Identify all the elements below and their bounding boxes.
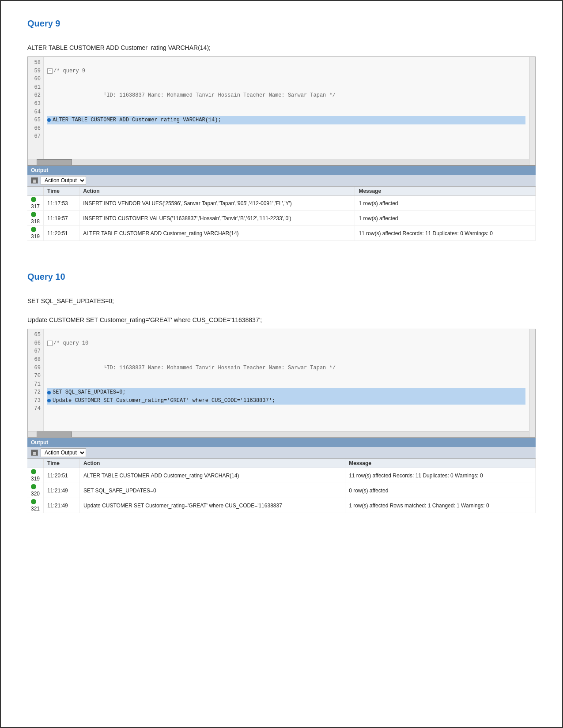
row-status-icon: 321 — [27, 498, 44, 513]
status-ok-icon — [31, 484, 36, 489]
query10-output-header: Output — [27, 438, 536, 447]
row-status-icon: 318 — [27, 211, 44, 226]
code-line — [47, 331, 525, 339]
status-ok-icon — [31, 499, 36, 504]
table-row: 319 11:20:51 ALTER TABLE CUSTOMER ADD Cu… — [27, 226, 536, 241]
code-keyword: Update CUSTOMER SET Customer_rating='GRE… — [53, 397, 275, 405]
code-line — [47, 132, 525, 141]
row-action: ALTER TABLE CUSTOMER ADD Customer_rating… — [80, 468, 345, 483]
col-time: Time — [44, 459, 80, 468]
code-line — [47, 124, 525, 133]
bullet-dot — [47, 118, 51, 122]
row-action: SET SQL_SAFE_UPDATES=0 — [80, 483, 345, 498]
row-message: 1 row(s) affected — [355, 196, 536, 211]
col-message: Message — [345, 459, 536, 468]
table-row: 318 11:19:57 INSERT INTO CUSTOMER VALUES… — [27, 211, 536, 226]
row-message: 1 row(s) affected — [355, 211, 536, 226]
row-action: Update CUSTOMER SET Customer_rating='GRE… — [80, 498, 345, 513]
col-status — [27, 187, 44, 196]
fold-icon[interactable]: - — [47, 68, 53, 74]
col-time: Time — [44, 187, 79, 196]
row-time: 11:21:49 — [44, 498, 80, 513]
code-line — [47, 141, 525, 149]
code-comment: /* query 10 — [53, 339, 88, 348]
col-message: Message — [355, 187, 536, 196]
query9-sql-text: ALTER TABLE CUSTOMER ADD Customer_rating… — [27, 44, 536, 51]
code-line — [47, 405, 525, 413]
query10-output-toolbar: ▦ Action Output — [27, 447, 536, 459]
query9-output-header: Output — [27, 165, 536, 175]
query9-editor: 58 59 60 61 62 63 64 65 66 67 — [27, 56, 536, 165]
row-status-icon: 320 — [27, 483, 44, 498]
query10-line-numbers: 65 66 67 68 69 70 71 72 73 74 — [28, 329, 44, 431]
query10-editor-body: 65 66 67 68 69 70 71 72 73 74 — [28, 329, 529, 431]
code-keyword: SET SQL_SAFE_UPDATES=0; — [53, 388, 126, 397]
query9-code-area: - /* query 9 └ID: 11638837 Name: Mohamme… — [44, 57, 529, 159]
code-line-highlighted: Update CUSTOMER SET Customer_rating='GRE… — [47, 397, 525, 405]
row-time: 11:20:51 — [44, 468, 80, 483]
code-line — [47, 347, 525, 356]
query10-h-scroll-thumb[interactable] — [37, 432, 72, 437]
query10-output: Output ▦ Action Output Time Action Messa… — [27, 438, 536, 513]
query9-v-scrollbar[interactable] — [529, 57, 535, 165]
query10-editor: 65 66 67 68 69 70 71 72 73 74 — [27, 329, 536, 438]
table-row: 320 11:21:49 SET SQL_SAFE_UPDATES=0 0 ro… — [27, 483, 536, 498]
row-time: 11:20:51 — [44, 226, 79, 241]
row-time: 11:21:49 — [44, 483, 80, 498]
table-row: 319 11:20:51 ALTER TABLE CUSTOMER ADD Cu… — [27, 468, 536, 483]
row-time: 11:19:57 — [44, 211, 79, 226]
code-comment: └ID: 11638837 Name: Mohammed Tanvir Hoss… — [53, 83, 336, 108]
row-message: 11 row(s) affected Records: 11 Duplicate… — [355, 226, 536, 241]
query10-v-scrollbar[interactable] — [529, 329, 535, 437]
query10-output-select[interactable]: Action Output — [41, 448, 86, 457]
query9-section: Query 9 ALTER TABLE CUSTOMER ADD Custome… — [27, 19, 536, 241]
query10-h-scrollbar[interactable] — [28, 431, 529, 437]
col-action: Action — [80, 459, 345, 468]
status-ok-icon — [31, 469, 36, 474]
query10-code-area: - /* query 10 └ID: 11638837 Name: Mohamm… — [44, 329, 529, 431]
output-icon: ▦ — [31, 450, 38, 456]
row-time: 11:17:53 — [44, 196, 79, 211]
code-keyword: ALTER TABLE CUSTOMER ADD Customer_rating… — [53, 116, 221, 124]
query9-h-scrollbar[interactable] — [28, 159, 529, 165]
query9-editor-inner: 58 59 60 61 62 63 64 65 66 67 — [28, 57, 529, 165]
code-line: - /* query 10 — [47, 339, 525, 348]
query9-line-numbers: 58 59 60 61 62 63 64 65 66 67 — [28, 57, 44, 159]
query10-sql-text2: Update CUSTOMER SET Customer_rating='GRE… — [27, 316, 536, 323]
code-line-highlighted: ALTER TABLE CUSTOMER ADD Customer_rating… — [47, 116, 525, 124]
code-line: - /* query 9 — [47, 67, 525, 75]
status-ok-icon — [31, 212, 36, 217]
code-line — [47, 108, 525, 116]
code-line — [47, 59, 525, 67]
query9-title: Query 9 — [27, 19, 536, 29]
query10-output-table: Time Action Message 319 11:20:51 ALTER T… — [27, 459, 536, 513]
table-row: 317 11:17:53 INSERT INTO VENDOR VALUES('… — [27, 196, 536, 211]
row-action: INSERT INTO VENDOR VALUES('25596','Sarwa… — [79, 196, 355, 211]
row-status-icon: 319 — [27, 226, 44, 241]
code-line — [47, 413, 525, 421]
fold-icon[interactable]: - — [47, 341, 53, 346]
output-icon: ▦ — [31, 177, 38, 184]
query9-output-toolbar: ▦ Action Output — [27, 175, 536, 187]
query10-sql-text1: SET SQL_SAFE_UPDATES=0; — [27, 297, 536, 304]
code-line — [47, 421, 525, 430]
code-comment: └ID: 11638837 Name: Mohammed Tanvir Hoss… — [53, 356, 336, 380]
col-status — [27, 459, 44, 468]
query10-editor-inner: 65 66 67 68 69 70 71 72 73 74 — [28, 329, 529, 437]
query9-editor-body: 58 59 60 61 62 63 64 65 66 67 — [28, 57, 529, 159]
query10-title: Query 10 — [27, 272, 536, 282]
code-line-highlighted: SET SQL_SAFE_UPDATES=0; — [47, 388, 525, 397]
query10-section: Query 10 SET SQL_SAFE_UPDATES=0; Update … — [27, 272, 536, 513]
table-row: 321 11:21:49 Update CUSTOMER SET Custome… — [27, 498, 536, 513]
row-action: INSERT INTO CUSTOMER VALUES('11638837','… — [79, 211, 355, 226]
bullet-dot — [47, 391, 51, 394]
page: Query 9 ALTER TABLE CUSTOMER ADD Custome… — [0, 0, 563, 728]
code-line — [47, 75, 525, 83]
query9-output: Output ▦ Action Output Time Action Messa… — [27, 165, 536, 241]
row-action: ALTER TABLE CUSTOMER ADD Customer_rating… — [79, 226, 355, 241]
status-ok-icon — [31, 227, 36, 232]
query9-output-select[interactable]: Action Output — [41, 176, 86, 185]
code-line: └ID: 11638837 Name: Mohammed Tanvir Hoss… — [47, 83, 525, 108]
query9-h-scroll-thumb[interactable] — [37, 159, 72, 165]
row-message: 11 row(s) affected Records: 11 Duplicate… — [345, 468, 536, 483]
